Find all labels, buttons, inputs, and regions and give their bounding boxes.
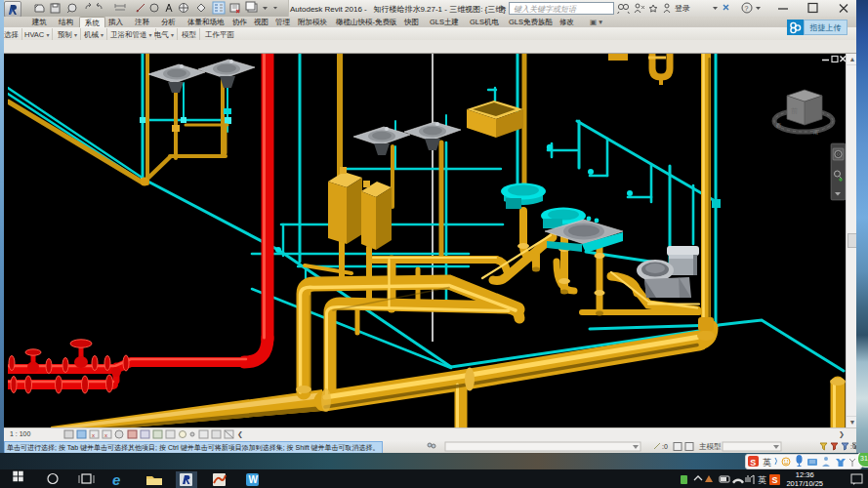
svg-text:e: e (112, 471, 120, 488)
svg-text:英: 英 (763, 458, 771, 468)
svg-text:英: 英 (758, 475, 766, 485)
svg-text::0: :0 (662, 443, 668, 450)
svg-text:登录: 登录 (675, 4, 690, 13)
svg-text:S: S (772, 475, 778, 485)
svg-text:W: W (249, 474, 259, 485)
svg-text:西: 西 (776, 122, 781, 129)
svg-text:南: 南 (813, 129, 818, 135)
svg-text:前: 前 (791, 107, 798, 114)
svg-text:S: S (750, 458, 756, 468)
svg-text:x: x (104, 432, 107, 438)
svg-text:x: x (92, 432, 95, 438)
svg-text:主模型: 主模型 (699, 442, 722, 451)
svg-text:?: ? (745, 5, 749, 12)
